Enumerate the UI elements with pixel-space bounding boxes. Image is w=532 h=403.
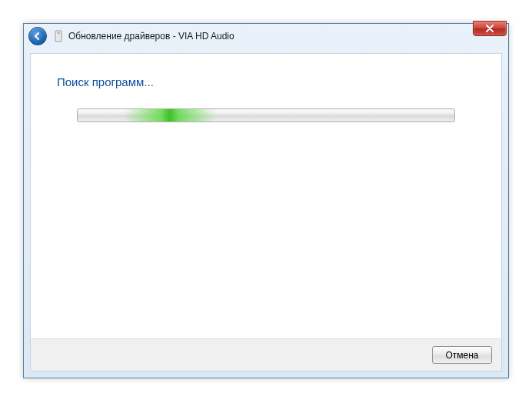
window-title: Обновление драйверов - VIA HD Audio bbox=[68, 31, 234, 42]
device-icon bbox=[53, 29, 64, 43]
svg-rect-1 bbox=[57, 32, 60, 34]
titlebar: Обновление драйверов - VIA HD Audio bbox=[24, 24, 508, 48]
progress-bar bbox=[77, 108, 455, 122]
cancel-button[interactable]: Отмена bbox=[432, 346, 492, 364]
status-heading: Поиск программ... bbox=[57, 75, 475, 88]
dialog-window: Обновление драйверов - VIA HD Audio Поис… bbox=[23, 23, 509, 378]
progress-indicator bbox=[124, 109, 216, 122]
back-arrow-icon bbox=[33, 32, 42, 41]
dialog-footer: Отмена bbox=[31, 338, 501, 371]
close-button[interactable] bbox=[473, 21, 507, 36]
close-icon bbox=[486, 25, 494, 32]
content-panel: Поиск программ... Отмена bbox=[30, 53, 502, 371]
back-button[interactable] bbox=[28, 27, 47, 45]
